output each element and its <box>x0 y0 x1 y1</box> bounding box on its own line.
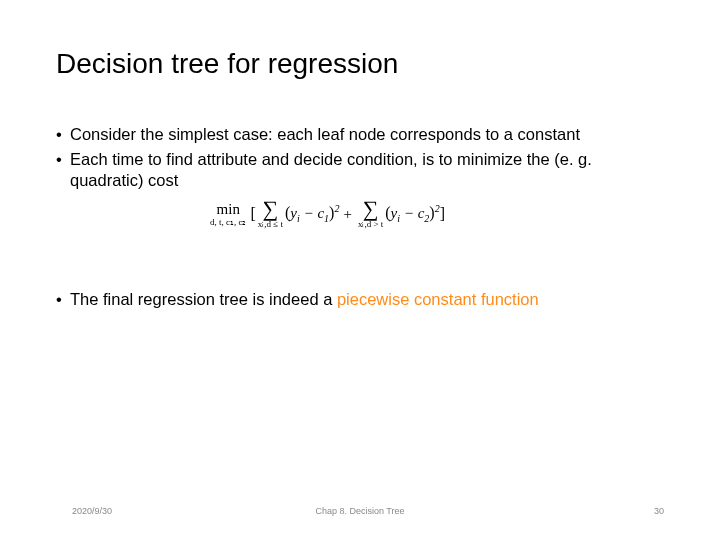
term-2: (yi − c2)2 <box>385 203 439 226</box>
bullet-item-1: Consider the simplest case: each leaf no… <box>56 124 664 145</box>
min-label: min <box>217 202 240 217</box>
bullet-item-2: Each time to find attribute and decide c… <box>56 149 664 229</box>
right-bracket: ] <box>440 204 445 224</box>
sigma-icon-1: ∑ <box>263 199 279 219</box>
sigma-icon-2: ∑ <box>363 199 379 219</box>
footer-chapter: Chap 8. Decision Tree <box>315 506 404 516</box>
bullet-3-highlight: piecewise constant function <box>337 290 539 308</box>
plus-operator: + <box>343 205 351 224</box>
page-title: Decision tree for regression <box>56 48 664 80</box>
bullet-3-prefix: The final regression tree is indeed a <box>70 290 337 308</box>
bullet-1-text: Consider the simplest case: each leaf no… <box>70 125 580 143</box>
formula-block: min d, t, c₁, c₂ [ ∑ xᵢ,d ≤ t (yi − c1)2… <box>210 199 664 229</box>
min-operator: min d, t, c₁, c₂ <box>210 202 247 227</box>
footer: 2020/9/30 Chap 8. Decision Tree 30 <box>0 506 720 516</box>
formula-row: min d, t, c₁, c₂ [ ∑ xᵢ,d ≤ t (yi − c1)2… <box>210 199 664 229</box>
bullet-2-text: Each time to find attribute and decide c… <box>70 150 592 189</box>
bullet-list: Consider the simplest case: each leaf no… <box>56 124 664 310</box>
footer-date: 2020/9/30 <box>72 506 112 516</box>
sum2-subscript: xᵢ,d > t <box>358 220 383 229</box>
left-bracket: [ <box>251 204 256 224</box>
min-subscript: d, t, c₁, c₂ <box>210 218 247 227</box>
sum-operator-1: ∑ xᵢ,d ≤ t <box>258 199 283 229</box>
term1-sq: 2 <box>334 203 339 214</box>
footer-page: 30 <box>654 506 664 516</box>
term1-minus: − <box>300 205 318 221</box>
term-1: (yi − c1)2 <box>285 203 339 226</box>
bullet-item-3: The final regression tree is indeed a pi… <box>56 289 664 310</box>
slide: Decision tree for regression Consider th… <box>0 0 720 540</box>
sum1-subscript: xᵢ,d ≤ t <box>258 220 283 229</box>
sum-operator-2: ∑ xᵢ,d > t <box>358 199 383 229</box>
term2-minus: − <box>400 205 418 221</box>
